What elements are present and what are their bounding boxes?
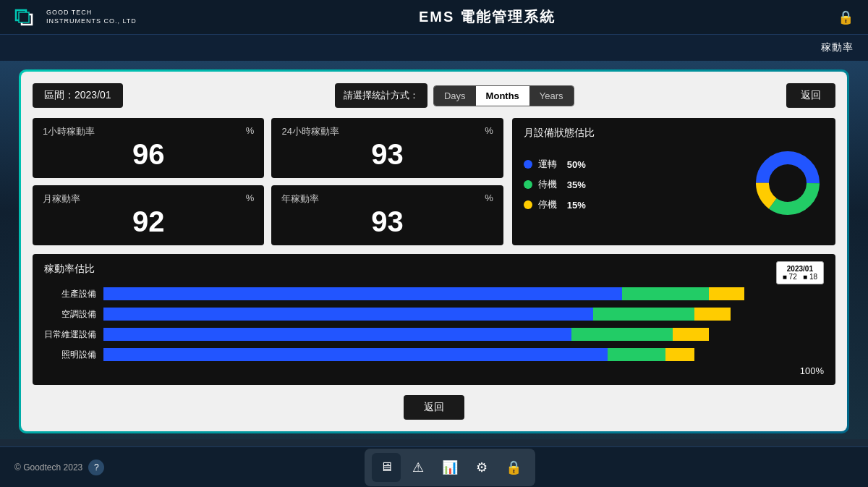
legend-dot-running	[524, 160, 532, 169]
bar-yellow-maintenance	[673, 328, 709, 341]
stat-selector: 請選擇統計方式： Days Months Years	[335, 83, 574, 108]
top-back-button[interactable]: 返回	[786, 83, 835, 108]
hourly-percent-sign: %	[246, 125, 255, 136]
logo-subtitle: INSTRUMENTS CO., LTD	[46, 17, 137, 26]
hourly-stat-card: 1小時稼動率 % 96	[33, 118, 264, 178]
bar-label-maintenance: 日常維運設備	[44, 329, 96, 341]
bar-track-lighting	[103, 348, 824, 361]
help-button[interactable]: ?	[88, 460, 104, 475]
stats-cards: 1小時稼動率 % 96 24小時稼動率 % 93 月稼動率 % 92	[33, 118, 503, 245]
bar-footer-percent: 100%	[800, 365, 824, 376]
header-lock-icon: 🔒	[838, 9, 854, 25]
donut-chart	[752, 147, 824, 222]
legend-label-running: 運轉	[538, 158, 561, 171]
logo-name: GOOD TECH	[46, 9, 137, 17]
daily-label: 24小時稼動率	[281, 125, 493, 138]
bar-blue-lighting	[103, 348, 608, 361]
logo-icon	[14, 4, 41, 30]
legend-dot-stopped	[524, 200, 532, 209]
bar-green-production	[622, 287, 709, 300]
yearly-stat-card: 年稼動率 % 93	[271, 185, 503, 245]
header: GOOD TECH INSTRUMENTS CO., LTD EMS 電能管理系…	[0, 0, 868, 35]
monthly-label: 月稼動率	[43, 192, 254, 206]
sub-header-label: 稼動率	[821, 41, 854, 54]
yearly-percent-sign: %	[485, 192, 493, 203]
monthly-stat-card: 月稼動率 % 92	[33, 185, 264, 245]
bar-footer: 100%	[44, 365, 824, 376]
bar-green-maintenance	[571, 328, 672, 341]
legend-label-stopped: 停機	[538, 198, 561, 211]
legend-label-standby: 待機	[538, 178, 561, 191]
bottom-back-area: 返回	[33, 395, 835, 420]
bar-section: 稼動率估比 2023/01 ■ 72 ■ 18 生產設備	[33, 254, 835, 385]
bar-green-lighting	[608, 348, 665, 361]
nav-monitor-icon[interactable]: 🖥	[372, 453, 401, 482]
logo-area: GOOD TECH INSTRUMENTS CO., LTD	[14, 4, 137, 30]
bar-label-production: 生產設備	[44, 288, 96, 300]
legend-item-running: 運轉 50%	[524, 158, 586, 171]
donut-legend: 運轉 50% 待機 35% 停機 15%	[524, 158, 586, 211]
hourly-label: 1小時稼動率	[43, 125, 254, 138]
stats-grid: 1小時稼動率 % 96 24小時稼動率 % 93 月稼動率 % 92	[33, 118, 835, 245]
bottom-back-button[interactable]: 返回	[404, 395, 464, 420]
legend-item-stopped: 停機 15%	[524, 198, 586, 211]
footer: © Goodtech 2023 ? 🖥 ⚠ 📊 ⚙ 🔒	[0, 446, 868, 487]
legend-value-stopped: 15%	[567, 200, 586, 211]
main-panel: 區間：2023/01 請選擇統計方式： Days Months Years 返回	[21, 72, 847, 431]
bar-track-maintenance	[103, 328, 824, 341]
nav-alert-icon[interactable]: ⚠	[404, 453, 433, 482]
bar-blue-production	[103, 287, 622, 300]
logo-text: GOOD TECH INSTRUMENTS CO., LTD	[46, 9, 137, 25]
tab-months[interactable]: Months	[476, 86, 529, 106]
donut-title: 月設備狀態估比	[524, 127, 824, 140]
yearly-value: 93	[281, 206, 493, 238]
footer-copyright: © Goodtech 2023 ?	[14, 460, 104, 475]
bar-yellow-ac	[694, 308, 731, 321]
bar-yellow-lighting	[665, 348, 694, 361]
legend-value-standby: 35%	[567, 179, 586, 190]
bar-blue-maintenance	[103, 328, 571, 341]
nav-chart-icon[interactable]: 📊	[435, 453, 464, 482]
bar-label-lighting: 照明設備	[44, 349, 96, 361]
main-panel-outer: 區間：2023/01 請選擇統計方式： Days Months Years 返回	[19, 69, 849, 433]
copyright-text: © Goodtech 2023	[14, 462, 82, 473]
monthly-percent-sign: %	[246, 192, 255, 203]
bar-row-ac: 空調設備	[44, 308, 824, 321]
bar-rows: 生產設備 空調設備	[44, 287, 824, 361]
bar-label-ac: 空調設備	[44, 308, 96, 321]
svg-rect-2	[19, 12, 29, 22]
sub-header: 稼動率	[0, 35, 868, 61]
stat-selector-label: 請選擇統計方式：	[335, 83, 427, 108]
bar-yellow-production	[709, 287, 745, 300]
daily-stat-card: 24小時稼動率 % 93	[271, 118, 503, 178]
bar-row-maintenance: 日常維運設備	[44, 328, 824, 341]
legend-value-running: 50%	[567, 159, 586, 170]
donut-card: 月設備狀態估比 運轉 50% 待機 35%	[512, 118, 835, 245]
tab-years[interactable]: Years	[529, 86, 574, 106]
legend-item-standby: 待機 35%	[524, 178, 586, 191]
tab-days[interactable]: Days	[434, 86, 476, 106]
top-controls: 區間：2023/01 請選擇統計方式： Days Months Years 返回	[33, 83, 835, 108]
bar-blue-ac	[103, 308, 593, 321]
bar-row-production: 生產設備	[44, 287, 824, 300]
legend-dot-standby	[524, 180, 532, 189]
bar-section-title: 稼動率估比	[44, 263, 824, 276]
hourly-value: 96	[43, 138, 254, 171]
bar-green-ac	[593, 308, 694, 321]
bar-track-ac	[103, 308, 824, 321]
bar-track-production	[103, 287, 824, 300]
daily-value: 93	[281, 138, 493, 171]
header-title: EMS 電能管理系統	[419, 7, 556, 27]
daily-percent-sign: %	[485, 125, 493, 136]
monthly-value: 92	[43, 206, 254, 238]
bar-tooltip: 2023/01 ■ 72 ■ 18	[776, 261, 824, 284]
bar-row-lighting: 照明設備	[44, 348, 824, 361]
nav-gear-icon[interactable]: ⚙	[467, 453, 496, 482]
tab-group: Days Months Years	[433, 85, 574, 106]
nav-bar: 🖥 ⚠ 📊 ⚙ 🔒	[365, 449, 535, 486]
svg-point-7	[770, 165, 806, 201]
nav-lock-icon[interactable]: 🔒	[499, 453, 528, 482]
date-selector[interactable]: 區間：2023/01	[33, 83, 123, 108]
donut-content: 運轉 50% 待機 35% 停機 15%	[524, 147, 824, 222]
yearly-label: 年稼動率	[281, 192, 493, 206]
